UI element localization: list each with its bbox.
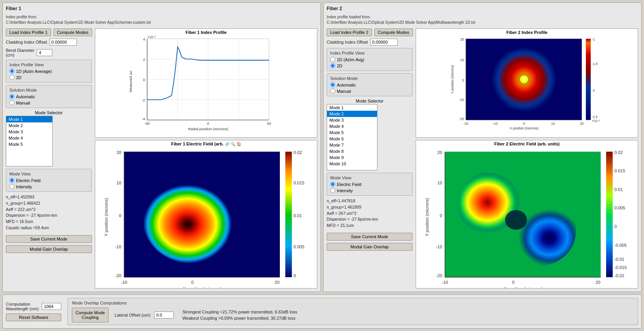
automatic-radio-2[interactable] [330,82,335,87]
fiber2-panel: Fiber 2 Index profile loaded from: C:\In… [323,2,642,292]
index-profile-view-1-section: Index Profile View 1D (Azim Average) 2D [6,60,92,83]
list-item[interactable]: Mode 3 [6,129,52,135]
svg-text:×10⁻³: ×10⁻³ [148,35,156,39]
mode-listbox-2[interactable]: Mode 1 Mode 2 Mode 3 Mode 4 Mode 5 Mode … [327,104,377,170]
intensity-radio-1[interactable] [9,184,14,189]
list-item[interactable]: Mode 5 [6,141,52,147]
fiber1-efield-chart: 20 10 0 -10 -20 Y position (microns) -10… [95,146,317,288]
svg-text:-1: -1 [592,37,595,41]
index-profile-view-2-label: Index Profile View [330,51,409,55]
svg-point-25 [143,176,242,264]
fiber2-efield-chart: 20 10 0 -10 -20 Y position (microns) -10… [416,146,638,288]
list-item[interactable]: Mode 8 [327,148,377,154]
list-item[interactable]: Mode 1 [327,104,377,111]
mode-listbox-1[interactable]: Mode 1 Mode 2 Mode 3 Mode 4 Mode 5 [6,116,53,166]
svg-text:20: 20 [596,280,600,285]
list-item[interactable]: Mode 6 [327,136,377,142]
automatic-radio-1[interactable] [9,94,14,99]
list-item[interactable]: Mode 2 [6,122,52,129]
svg-text:Y position (microns): Y position (microns) [104,198,109,236]
mode-selector-2-label: Mode Selector [327,99,413,103]
svg-point-47 [523,78,526,81]
load-index-2-button[interactable]: Load Index Profile 2 [327,28,372,36]
view-1d-radio-2[interactable] [330,57,335,62]
svg-text:20: 20 [460,37,464,41]
fiber2-title: Fiber 2 [327,6,638,11]
list-item[interactable]: Mode 10 [327,161,377,167]
modal-gain-2-button[interactable]: Modal Gain Overlap [327,243,413,251]
list-item[interactable]: Mode 7 [327,142,377,148]
svg-text:20: 20 [580,122,584,126]
mode-selector-2-section: Mode Selector Mode 1 Mode 2 Mode 3 Mode … [327,99,413,170]
computation-section: Computation Wavelength (nm): Reset Softw… [6,302,61,321]
cladding-offset-2-input[interactable] [370,39,398,46]
list-item[interactable]: Mode 4 [6,135,52,141]
cladding-offset-2-label: Cladding Index Offset [327,40,368,44]
compute-modes-2-button[interactable]: Compute Modes [374,28,413,36]
svg-text:Y position (microns): Y position (microns) [425,198,429,236]
fiber2-index-chart-title: Fiber 2 Index Profile [416,29,638,35]
bottom-panel: Computation Wavelength (nm): Reset Softw… [2,294,642,329]
list-item[interactable]: Mode 5 [327,129,377,136]
svg-text:0.01: 0.01 [294,213,302,218]
compute-coupling-button[interactable]: Compute Mode Coupling [72,308,108,322]
cladding-offset-1-input[interactable] [50,39,77,46]
svg-text:0: 0 [512,280,514,285]
svg-text:0.02: 0.02 [614,150,623,155]
electric-field-radio-2[interactable] [330,182,335,187]
bend-diameter-1-label: Bend Diameter (cm) [6,48,34,57]
svg-text:-0.015: -0.015 [614,265,627,270]
list-item[interactable]: Mode 4 [327,123,377,129]
solution-mode-2-label: Solution Mode [330,76,409,81]
svg-rect-84 [606,152,613,277]
svg-text:Radial position (microns): Radial position (microns) [188,127,228,131]
list-item[interactable]: Mode 9 [327,154,377,161]
load-index-1-button[interactable]: Load Index Profile 1 [6,28,51,36]
view-2d-radio-1[interactable] [9,75,14,80]
fiber1-efield-chart-title: Fiber 1 Electric Field (arb. 🔗 🔍 🏠 [95,140,317,146]
svg-text:20: 20 [438,150,442,155]
svg-text:-20: -20 [115,273,121,278]
mode-overlap-title: Mode Overlap Computations [72,301,634,305]
fiber1-stats: n_eff=1.452993 n_group=1.466421 Aeff = 2… [6,194,92,231]
fiber2-stats: n_eff=1.447818 n_group=1.461809 Aeff = 2… [327,198,413,229]
solution-mode-1-section: Solution Mode Automatic Manual [6,85,92,108]
electric-field-radio-1[interactable] [9,178,14,183]
efield1-tools[interactable]: 🔗 🔍 🏠 [225,142,241,146]
modal-gain-1-button[interactable]: Modal Gain Overlap [6,245,92,253]
lateral-offset-input[interactable] [154,312,174,319]
bend-diameter-1-input[interactable] [37,49,52,56]
svg-rect-62 [586,39,591,120]
list-item[interactable]: Mode 3 [327,117,377,123]
wavelength-input[interactable] [42,303,61,310]
list-item[interactable]: Mode 1 [6,116,52,122]
index-profile-view-1-label: Index Profile View [9,62,88,67]
svg-text:Y position (microns): Y position (microns) [451,65,455,94]
list-item[interactable]: Mode 2 [327,111,377,117]
manual-radio-1[interactable] [9,100,14,105]
fiber1-panel: Fiber 1 Index profile from: C:\Interfibe… [2,2,321,292]
compute-modes-1-button[interactable]: Compute Modes [53,28,92,36]
svg-text:2: 2 [143,58,145,62]
intensity-radio-2[interactable] [330,188,335,193]
view-1d-radio-1[interactable] [9,69,14,74]
svg-text:-10: -10 [121,280,127,285]
automatic-label-2: Automatic [337,83,356,87]
svg-text:0.005: 0.005 [614,205,625,210]
svg-text:-10: -10 [442,280,448,285]
svg-text:50: 50 [267,122,271,126]
save-mode-1-button[interactable]: Save Current Mode [6,235,92,243]
svg-text:-4: -4 [142,117,145,121]
svg-text:0: 0 [294,273,296,278]
coupling-result-2: Weakest Coupling =0.09% power transmitte… [182,316,297,320]
view-2d-radio-2[interactable] [330,63,335,68]
save-mode-2-button[interactable]: Save Current Mode [327,233,413,241]
mode-view-1-section: Mode View Electric Field Intensity [6,169,92,192]
svg-text:0: 0 [143,78,145,82]
reset-software-button[interactable]: Reset Software [6,313,61,321]
svg-text:×10⁻³: ×10⁻³ [592,119,600,123]
fiber2-path: Index profile loaded from: C:\Interfiber… [327,14,638,25]
manual-radio-2[interactable] [330,89,335,94]
mode-selector-1-label: Mode Selector [6,110,92,115]
svg-text:Measured Δn: Measured Δn [129,71,133,92]
